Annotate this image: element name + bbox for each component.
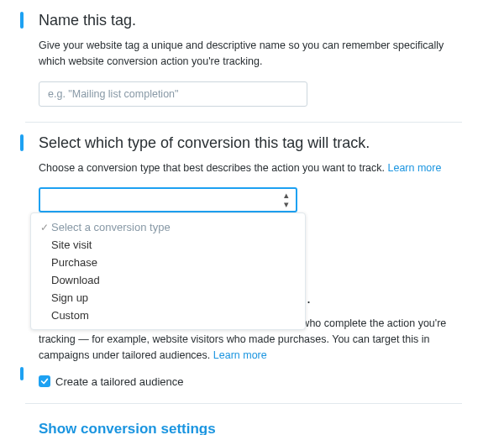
accent-bar	[20, 367, 24, 380]
conversion-type-heading: Select which type of conversion this tag…	[39, 134, 462, 152]
check-icon	[40, 377, 49, 385]
accent-bar	[20, 12, 24, 29]
name-tag-section: Name this tag. Give your website tag a u…	[25, 0, 462, 123]
dropdown-option-label: Select a conversion type	[51, 221, 171, 233]
dropdown-option-placeholder[interactable]: ✓ Select a conversion type	[31, 218, 305, 236]
dropdown-option-custom[interactable]: Custom	[31, 307, 305, 324]
create-audience-checkbox[interactable]	[39, 375, 50, 387]
stepper-icon: ▴▾	[284, 191, 289, 209]
name-tag-heading: Name this tag.	[39, 12, 462, 29]
learn-more-link[interactable]: Learn more	[213, 349, 267, 361]
dropdown-option-sign-up[interactable]: Sign up	[31, 289, 305, 307]
dropdown-option-download[interactable]: Download	[31, 271, 305, 289]
create-audience-label: Create a tailored audience	[55, 375, 184, 388]
conversion-type-select[interactable]: ▴▾	[39, 187, 297, 212]
tag-name-input[interactable]	[39, 81, 307, 107]
conversion-type-section: Select which type of conversion this tag…	[25, 123, 462, 228]
dropdown-option-purchase[interactable]: Purchase	[31, 254, 305, 271]
checkmark-icon: ✓	[38, 222, 51, 233]
show-conversion-settings-toggle[interactable]: Show conversion settings	[39, 416, 462, 436]
dropdown-option-label: Purchase	[51, 256, 97, 269]
dropdown-option-label: Sign up	[51, 291, 88, 304]
dropdown-option-site-visit[interactable]: Site visit	[31, 236, 305, 254]
name-tag-description: Give your website tag a unique and descr…	[39, 38, 462, 70]
dropdown-option-label: Custom	[51, 309, 89, 322]
learn-more-link[interactable]: Learn more	[388, 162, 442, 174]
dropdown-option-label: Download	[51, 274, 100, 286]
conversion-type-dropdown: ✓ Select a conversion type Site visit Pu…	[30, 212, 306, 330]
conversion-type-description: Choose a conversion type that best descr…	[39, 160, 462, 176]
conversion-type-desc-text: Choose a conversion type that best descr…	[39, 162, 388, 174]
accent-bar	[20, 134, 24, 151]
dropdown-option-label: Site visit	[51, 238, 92, 251]
show-settings-section: Show conversion settings	[25, 404, 462, 436]
